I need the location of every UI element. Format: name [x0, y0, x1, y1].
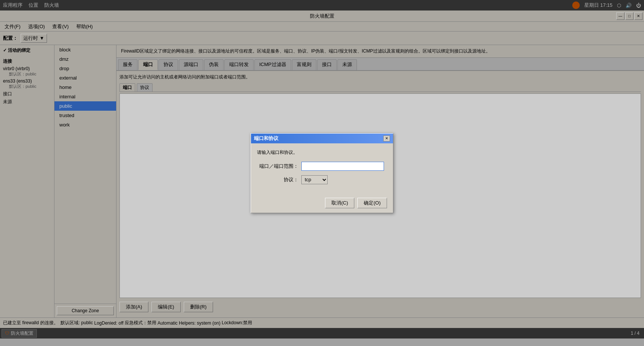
protocol-select-wrapper: tcpudp — [301, 175, 328, 184]
protocol-label: 协议： — [257, 176, 298, 183]
dialog-description: 请输入端口和协议。 — [257, 149, 387, 156]
dialog-footer: 取消(C) 确定(O) — [251, 195, 393, 213]
dialog-body: 请输入端口和协议。 端口／端口范围： 协议： tcpudp — [251, 143, 393, 195]
modal-overlay: 端口和协议 ✕ 请输入端口和协议。 端口／端口范围： 协议： tcpudp 取消… — [0, 0, 644, 346]
protocol-select[interactable]: tcpudp — [301, 175, 328, 184]
protocol-form-row: 协议： tcpudp — [257, 175, 387, 184]
cancel-button[interactable]: 取消(C) — [325, 198, 354, 208]
dialog: 端口和协议 ✕ 请输入端口和协议。 端口／端口范围： 协议： tcpudp 取消… — [251, 133, 393, 213]
port-label: 端口／端口范围： — [257, 163, 298, 170]
port-input[interactable] — [301, 162, 384, 171]
dialog-title: 端口和协议 — [254, 135, 278, 142]
port-form-row: 端口／端口范围： — [257, 162, 387, 171]
dialog-title-bar: 端口和协议 ✕ — [251, 134, 393, 143]
confirm-button[interactable]: 确定(O) — [357, 198, 387, 208]
dialog-close-button[interactable]: ✕ — [383, 135, 390, 141]
